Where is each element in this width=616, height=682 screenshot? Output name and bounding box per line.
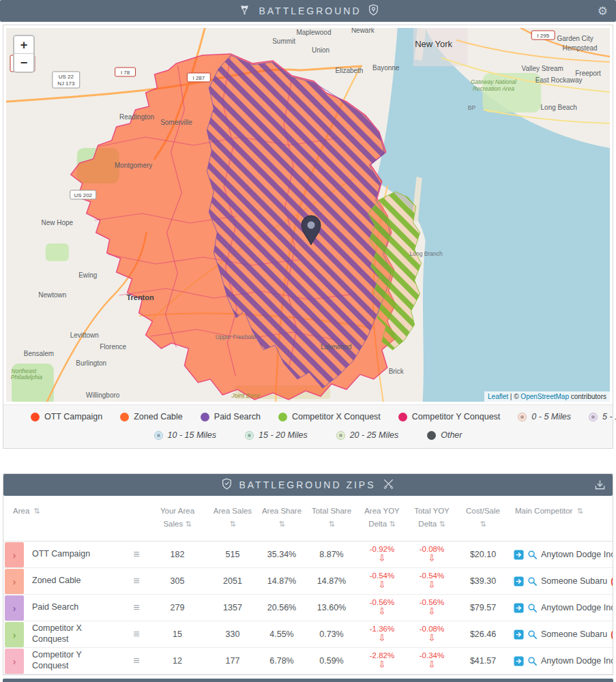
app-header: BATTLEGROUND ⚙ — [0, 0, 616, 22]
menu-icon[interactable]: ≡ — [133, 628, 139, 640]
ring-0-5-icon — [518, 413, 527, 421]
map-focus-icon[interactable] — [514, 629, 524, 640]
zips-title-wrap: BATTLEGROUND ZIPS — [222, 478, 394, 492]
sort-icon[interactable]: ⇅ — [439, 520, 445, 528]
col-header-your-area-sales[interactable]: Your AreaSales ⇅ — [147, 506, 208, 529]
legend-item-competitor-x: Competitor X Conquest — [278, 412, 381, 421]
row-color-tab[interactable]: › — [5, 542, 24, 567]
search-icon[interactable] — [527, 576, 538, 587]
sort-icon[interactable]: ⇅ — [185, 520, 191, 528]
svg-text:Summit: Summit — [272, 38, 295, 45]
search-icon[interactable] — [527, 656, 538, 666]
sort-icon[interactable]: ⇅ — [389, 520, 395, 528]
table-row[interactable]: › OTT Campaign ≡ 182 515 35.34% 8.87% -0… — [3, 542, 613, 568]
svg-text:Philadelphia: Philadelphia — [11, 374, 42, 381]
svg-text:New York: New York — [415, 39, 452, 49]
sort-icon[interactable]: ⇅ — [278, 519, 284, 529]
row-color-tab[interactable]: › — [5, 622, 24, 647]
sort-icon[interactable]: ⇅ — [328, 519, 334, 529]
row-color-tab[interactable]: › — [5, 595, 24, 621]
leaflet-link[interactable]: Leaflet — [488, 393, 508, 400]
settings-gear-icon[interactable]: ⚙ — [598, 0, 608, 22]
svg-text:Long Branch: Long Branch — [410, 250, 443, 257]
table-row[interactable]: › Zoned Cable ≡ 305 2051 14.87% 14.87% -… — [3, 568, 613, 595]
map-focus-icon[interactable] — [514, 656, 524, 666]
other-dot-icon — [427, 431, 436, 440]
search-icon[interactable] — [527, 550, 538, 560]
row-color-tab[interactable]: › — [5, 649, 24, 674]
menu-icon[interactable]: ≡ — [133, 655, 139, 666]
next-section-header-strip — [3, 679, 613, 682]
total-share-value: 8.87% — [306, 550, 357, 559]
col-header-area-yoy[interactable]: Area YOYDelta ⇅ — [357, 506, 407, 529]
svg-text:Burlington: Burlington — [76, 359, 106, 367]
table-row[interactable]: › Competitor Y Conquest ≡ 12 177 6.78% 0… — [3, 648, 613, 674]
page-title: BATTLEGROUND — [259, 5, 361, 16]
map-focus-icon[interactable] — [514, 576, 524, 587]
svg-text:Garden City: Garden City — [557, 35, 593, 42]
menu-icon[interactable]: ≡ — [133, 575, 139, 587]
area-name: Zoned Cable — [24, 576, 126, 587]
main-competitor-cell: Someone Subaru (334) — [510, 576, 613, 587]
map-focus-icon[interactable] — [514, 550, 524, 560]
col-header-area-share[interactable]: Area Share⇅ — [257, 506, 306, 529]
search-icon[interactable] — [527, 629, 538, 640]
area-name: OTT Campaign — [24, 549, 126, 560]
map-canvas[interactable]: New York Maplewood Summit Union Newark B… — [6, 28, 610, 402]
svg-text:Newtown: Newtown — [38, 291, 66, 299]
svg-text:Union: Union — [312, 46, 329, 54]
osm-link[interactable]: OpenStreetMap — [520, 393, 569, 400]
total-yoy-delta: -0.56%⇩ — [407, 598, 456, 617]
row-color-tab[interactable]: › — [5, 569, 24, 594]
col-header-cost-sale[interactable]: Cost/Sale⇅ — [456, 506, 510, 529]
col-header-main-competitor[interactable]: Main Competitor⇅ — [510, 506, 613, 516]
legend-item-zoned-cable: Zoned Cable — [120, 412, 183, 421]
table-row[interactable]: › Paid Search ≡ 279 1357 20.56% 13.60% -… — [3, 595, 613, 621]
svg-text:Somerville: Somerville — [160, 119, 192, 126]
total-share-value: 0.73% — [306, 629, 357, 639]
map-focus-icon[interactable] — [514, 603, 524, 613]
main-competitor-cell: Someone Subaru (228) — [510, 629, 613, 640]
svg-text:I 295: I 295 — [537, 33, 549, 39]
zoom-in-button[interactable]: + — [14, 36, 33, 54]
map-zoom-control[interactable]: + − — [13, 35, 35, 73]
download-icon[interactable] — [594, 474, 606, 496]
cost-sale-value: $39.30 — [456, 576, 510, 586]
svg-text:Hempstead: Hempstead — [563, 44, 598, 52]
your-area-sales-value: 15 — [147, 629, 208, 639]
area-yoy-delta: -0.54%⇩ — [357, 572, 407, 591]
sort-icon[interactable]: ⇅ — [33, 506, 40, 516]
competitor-name: Anytown Dodge Inc — [541, 603, 613, 612]
svg-text:Maplewood: Maplewood — [297, 29, 332, 36]
competitor-name: Someone Subaru — [541, 576, 607, 586]
table-row[interactable]: › Competitor X Conquest ≡ 15 330 4.55% 0… — [3, 621, 613, 648]
map[interactable]: New York Maplewood Summit Union Newark B… — [6, 28, 610, 402]
zoom-out-button[interactable]: − — [14, 54, 33, 72]
sort-icon[interactable]: ⇅ — [229, 519, 235, 529]
menu-icon[interactable]: ≡ — [133, 602, 139, 613]
cost-sale-value: $41.57 — [456, 656, 510, 666]
svg-text:Willingboro: Willingboro — [86, 391, 120, 399]
sort-icon[interactable]: ⇅ — [576, 506, 583, 516]
sort-icon[interactable]: ⇅ — [480, 519, 486, 529]
total-share-value: 0.59% — [306, 656, 357, 666]
zips-header: BATTLEGROUND ZIPS — [3, 474, 613, 496]
svg-text:US 202: US 202 — [74, 192, 92, 198]
menu-icon[interactable]: ≡ — [133, 548, 139, 560]
col-header-total-share[interactable]: Total Share⇅ — [306, 506, 357, 529]
cost-sale-value: $79.57 — [456, 603, 510, 612]
svg-text:Bensalem: Bensalem — [24, 350, 54, 357]
col-header-area-sales[interactable]: Area Sales⇅ — [208, 506, 257, 529]
col-header-total-yoy[interactable]: Total YOYDelta ⇅ — [407, 506, 456, 529]
area-share-value: 20.56% — [257, 603, 306, 612]
total-yoy-delta: -0.08%⇩ — [407, 625, 456, 644]
search-icon[interactable] — [527, 603, 538, 613]
paid-search-dot-icon — [201, 413, 209, 421]
svg-text:Brick: Brick — [389, 368, 404, 375]
col-header-area[interactable]: Area⇅ — [3, 506, 147, 516]
total-yoy-delta: -0.54%⇩ — [407, 572, 456, 591]
area-yoy-delta: -0.56%⇩ — [357, 598, 407, 617]
area-sales-value: 1357 — [208, 603, 257, 612]
ott-dot-icon — [31, 413, 40, 421]
competitor-name: Anytown Dodge Inc — [541, 550, 613, 559]
